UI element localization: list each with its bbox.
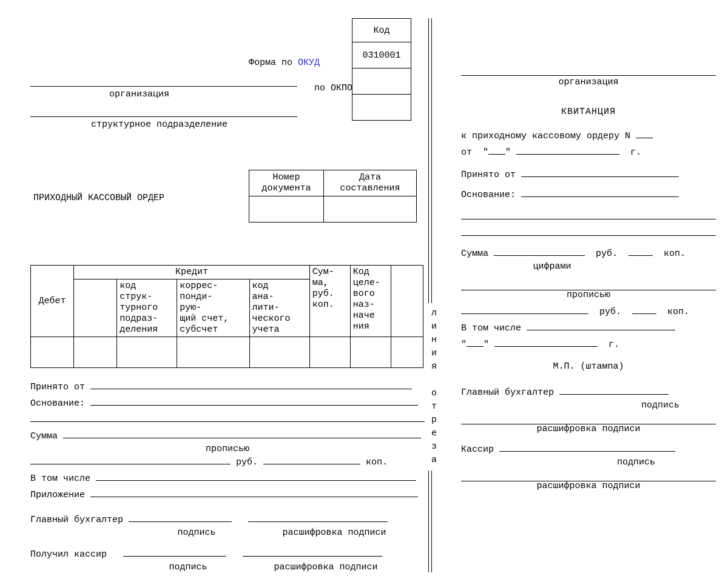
chief-decode-line[interactable] [248,512,388,522]
subdivision-caption: структурное подразделение [91,119,228,130]
receipt-words-row-2: руб. коп. [461,304,716,320]
col-debit: Дебет [31,266,74,337]
cell-debit[interactable] [31,337,74,368]
sum-line-1[interactable] [63,428,421,438]
receipt-basis-line-3[interactable] [461,226,716,236]
sum-row: Сумма [30,428,425,444]
cut-line: линия отреза [425,18,443,572]
receipt-kop-line[interactable] [629,246,653,256]
rub-label: руб. [236,457,258,467]
receipt-cashier-decode-line[interactable] [461,471,716,481]
year-g-label-2: г. [608,340,619,350]
cell-purpose-code[interactable] [350,337,391,368]
received-from-row: Принято от [30,379,425,395]
col-corr-account: коррес- понди- рую- щий счет, субсчет [177,280,249,337]
receipt-words-line-2[interactable] [461,304,588,314]
receipt-sum-line[interactable] [494,246,585,256]
receipt-basis-line-2[interactable] [461,209,716,219]
basis-line-2[interactable] [30,412,425,422]
receipt-kop-label-1: коп. [664,249,686,259]
doc-date-h1: Дата [359,172,381,183]
cashier-decode-line[interactable] [243,546,382,557]
col-sum: Сум- ма, руб. коп. [309,266,350,337]
receipt-received-line[interactable] [521,167,679,177]
receipt-basis-label: Основание: [461,190,516,200]
attachment-line[interactable] [90,487,418,497]
including-label: В том числе [30,474,90,484]
received-from-label: Принято от [30,382,85,392]
receipt-cashier-sig-line[interactable] [499,441,675,452]
received-from-line[interactable] [90,379,412,389]
sum-rub-kop-row: руб. коп. [30,454,425,471]
to-order-label: к приходному кассовому ордеру N [461,131,630,141]
chief-sig-line[interactable] [129,512,232,522]
basis-row: Основание: [30,395,425,412]
receipt-chief-decode-line[interactable] [461,414,716,424]
chief-accountant-captions: подпись расшифровка подписи [30,528,425,538]
cashier-got-label: Получил кассир [30,549,107,560]
col-subdiv-code: код струк- турного подраз- деления [117,280,177,337]
receipt-kop-label-2: коп. [667,307,689,317]
receipt-title: КВИТАНЦИЯ [461,107,716,117]
receipt-org-line[interactable] [461,65,716,76]
cell-extra[interactable] [391,337,423,368]
receipt-including-label: В том числе [461,323,521,333]
doc-number-cell[interactable] [249,196,324,223]
receipt-basis-line-1[interactable] [521,187,679,197]
col-credit-blank [74,280,117,337]
org-input-line[interactable] [30,86,297,87]
doc-number-h1: Номер [272,172,300,183]
stamp-label: М.П. (штампа) [461,359,716,375]
receipt-words-line-1[interactable] [461,280,716,290]
cell-analytic-code[interactable] [249,337,309,368]
receipt-date-row-2: "" г. [461,337,716,353]
receipt-org-caption: организация [461,77,716,87]
day-line-2[interactable] [467,337,484,347]
day-line[interactable] [488,144,505,155]
basis-label: Основание: [30,398,85,409]
form-by-row: Форма по ОКУД [249,58,320,68]
signature-caption-2: подпись [136,563,240,572]
subdivision-input-line[interactable] [30,116,297,117]
number-date-table: Номер документа Дата составления [249,170,417,223]
cell-credit-blank[interactable] [74,337,117,368]
cell-corr-account[interactable] [177,337,249,368]
doc-date-cell[interactable] [324,196,417,223]
month-line[interactable] [516,144,619,155]
doc-date-header: Дата составления [324,170,417,196]
basis-line-1[interactable] [90,395,418,406]
page: Код 0310001 Форма по ОКУД по ОКПО органи… [0,0,728,576]
receipt-sum-label: Сумма [461,249,488,259]
receipt-kop-line-2[interactable] [632,304,656,314]
order-number-line[interactable] [636,128,653,138]
including-row: В том числе [30,471,425,487]
receipt-cashier-label: Кассир [461,444,494,455]
receipt-received-label: Принято от [461,170,516,180]
cell-sum[interactable] [309,337,350,368]
sum-line-2[interactable] [30,454,231,464]
cashier-captions: подпись расшифровка подписи [30,563,425,572]
kop-label: коп. [366,457,388,467]
doc-number-h2: документа [261,183,311,193]
cut-line-label: линия отреза [428,303,441,471]
okud-link[interactable]: ОКУД [298,58,320,68]
month-line-2[interactable] [494,337,598,347]
chief-accountant-label: Главный бухгалтер [30,515,123,525]
receipt-date-row: от "" г. [461,144,716,161]
two-column-layout: Код 0310001 Форма по ОКУД по ОКПО органи… [24,18,716,572]
receipt-chief-sig-line[interactable] [559,384,669,395]
free-form-area: Принято от Основание: Сумма прописью руб… [30,379,425,572]
col-analytic-code: код ана- лити- ческого учета [249,280,309,337]
kop-line[interactable] [263,454,360,464]
cell-subdiv-code[interactable] [117,337,177,368]
sig-decode-caption-1: расшифровка подписи [265,528,404,538]
org-caption: организация [109,89,169,99]
including-line[interactable] [96,471,416,481]
receipt-body: к приходному кассовому ордеру N от "" г.… [461,128,716,491]
receipt-basis-row: Основание: [461,187,716,203]
cashier-sig-line[interactable] [123,546,226,557]
document-title: ПРИХОДНЫЙ КАССОВЫЙ ОРДЕР [33,193,164,203]
receipt-including-line[interactable] [527,320,675,330]
receipt-received-row: Принято от [461,167,716,183]
table-row [31,337,423,368]
